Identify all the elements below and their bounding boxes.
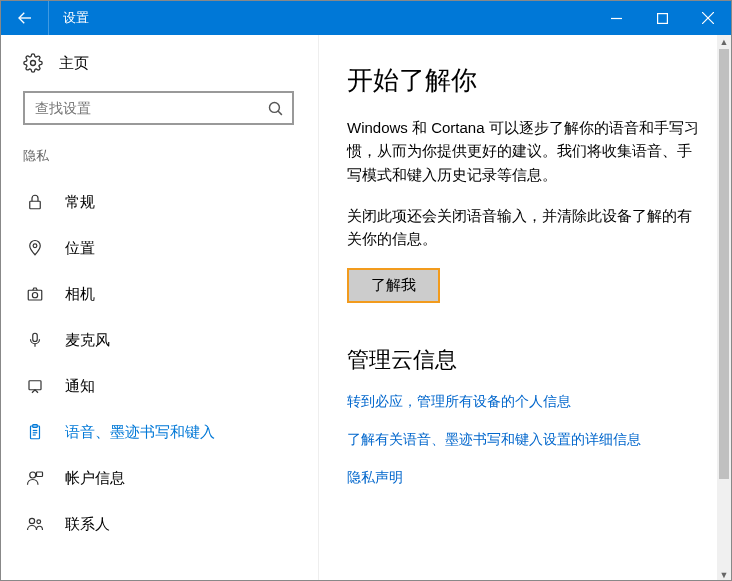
nav-label: 相机 — [65, 285, 95, 304]
svg-rect-20 — [37, 472, 43, 477]
svg-rect-13 — [29, 381, 41, 390]
bing-link[interactable]: 转到必应，管理所有设备的个人信息 — [347, 393, 705, 411]
nav-contacts[interactable]: 联系人 — [23, 501, 294, 547]
window-title: 设置 — [49, 9, 593, 27]
svg-point-8 — [33, 244, 37, 248]
svg-point-19 — [30, 472, 36, 478]
window-buttons — [593, 1, 731, 35]
close-button[interactable] — [685, 1, 731, 35]
nav-label: 帐户信息 — [65, 469, 125, 488]
close-icon — [702, 12, 714, 24]
page-heading: 开始了解你 — [347, 63, 705, 98]
nav-label: 通知 — [65, 377, 95, 396]
gear-icon — [23, 53, 43, 73]
titlebar: 设置 — [1, 1, 731, 35]
svg-point-22 — [37, 520, 41, 524]
maximize-button[interactable] — [639, 1, 685, 35]
scroll-down-arrow[interactable]: ▼ — [717, 568, 731, 581]
section-heading: 管理云信息 — [347, 345, 705, 375]
clipboard-icon — [25, 423, 45, 441]
content-area: 主页 隐私 常规 位置 — [1, 35, 731, 581]
svg-rect-7 — [30, 201, 41, 209]
svg-rect-1 — [657, 13, 667, 23]
svg-point-21 — [29, 518, 34, 523]
home-label: 主页 — [59, 54, 89, 73]
privacy-link[interactable]: 隐私声明 — [347, 469, 705, 487]
nav-speech-ink-typing[interactable]: 语音、墨迹书写和键入 — [23, 409, 294, 455]
description-text-2: 关闭此项还会关闭语音输入，并清除此设备了解的有关你的信息。 — [347, 204, 705, 251]
lock-icon — [25, 193, 45, 211]
notification-icon — [25, 377, 45, 395]
camera-icon — [25, 285, 45, 303]
svg-point-5 — [269, 102, 279, 112]
account-icon — [25, 469, 45, 487]
nav-label: 位置 — [65, 239, 95, 258]
scroll-thumb[interactable] — [719, 49, 729, 479]
category-label: 隐私 — [23, 147, 294, 165]
location-icon — [25, 239, 45, 257]
learn-more-link[interactable]: 了解有关语音、墨迹书写和键入设置的详细信息 — [347, 431, 705, 449]
nav-label: 常规 — [65, 193, 95, 212]
search-icon — [258, 100, 292, 117]
nav-label: 语音、墨迹书写和键入 — [65, 423, 215, 442]
scroll-up-arrow[interactable]: ▲ — [717, 35, 731, 49]
search-input[interactable] — [25, 100, 258, 116]
nav-account-info[interactable]: 帐户信息 — [23, 455, 294, 501]
svg-rect-9 — [28, 290, 42, 300]
main-panel: 开始了解你 Windows 和 Cortana 可以逐步了解你的语音和手写习惯，… — [319, 35, 731, 581]
nav-general[interactable]: 常规 — [23, 179, 294, 225]
description-text-1: Windows 和 Cortana 可以逐步了解你的语音和手写习惯，从而为你提供… — [347, 116, 705, 186]
sidebar: 主页 隐私 常规 位置 — [1, 35, 319, 581]
nav-label: 联系人 — [65, 515, 110, 534]
svg-line-6 — [277, 110, 281, 114]
search-box[interactable] — [23, 91, 294, 125]
nav-microphone[interactable]: 麦克风 — [23, 317, 294, 363]
home-link[interactable]: 主页 — [23, 53, 294, 73]
maximize-icon — [657, 13, 668, 24]
nav-location[interactable]: 位置 — [23, 225, 294, 271]
svg-rect-11 — [33, 333, 38, 341]
microphone-icon — [25, 331, 45, 349]
scrollbar[interactable]: ▲ ▼ — [717, 35, 731, 581]
minimize-icon — [611, 13, 622, 24]
svg-point-4 — [31, 61, 36, 66]
svg-point-10 — [32, 293, 37, 298]
minimize-button[interactable] — [593, 1, 639, 35]
nav-label: 麦克风 — [65, 331, 110, 350]
back-button[interactable] — [1, 1, 49, 35]
contacts-icon — [25, 515, 45, 533]
nav-camera[interactable]: 相机 — [23, 271, 294, 317]
nav-notifications[interactable]: 通知 — [23, 363, 294, 409]
nav-list: 常规 位置 相机 麦克风 — [23, 179, 294, 547]
arrow-left-icon — [16, 9, 34, 27]
know-me-button[interactable]: 了解我 — [347, 268, 440, 303]
